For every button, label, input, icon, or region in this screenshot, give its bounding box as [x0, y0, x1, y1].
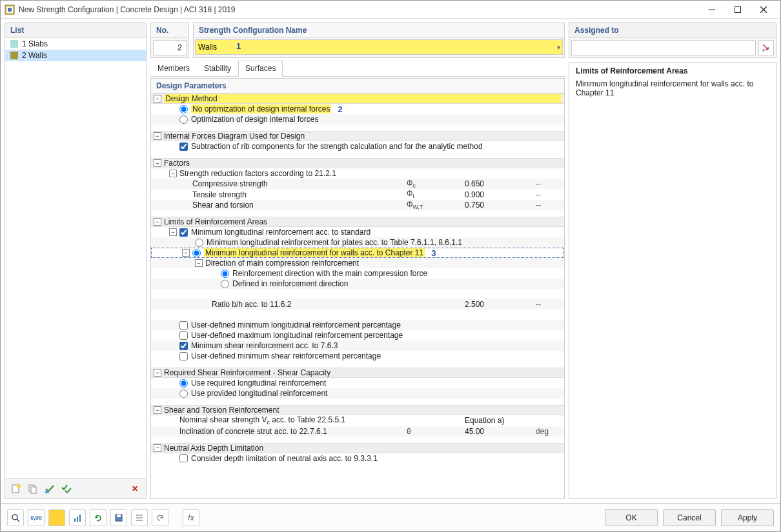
nominal-shear-value[interactable]: Equation a) [465, 416, 536, 425]
min-long-plates-radio[interactable] [195, 239, 203, 247]
collapse-icon[interactable]: − [154, 444, 161, 452]
shear-torsion-label: Shear and torsion [192, 201, 407, 210]
ratio-bh-label: Ratio b/h acc. to 11.6.2 [212, 300, 407, 309]
ud-min-long-label: User-defined minimum longitudinal reinfo… [191, 320, 401, 330]
tab-members[interactable]: Members [150, 61, 197, 76]
window-title: New Strength Configuration | Concrete De… [19, 5, 699, 14]
search-icon[interactable] [7, 509, 24, 526]
collapse-icon[interactable]: − [195, 259, 203, 267]
minimize-button[interactable] [699, 1, 725, 19]
min-shear-label: Minimum shear reinforcement acc. to 7.6.… [191, 341, 338, 350]
min-long-walls-radio[interactable] [192, 249, 201, 257]
consider-depth-checkbox[interactable] [179, 454, 188, 462]
dir-compression-label: Reinforcement direction with the main co… [232, 269, 427, 278]
svg-rect-17 [79, 515, 81, 522]
collapse-icon[interactable]: − [154, 406, 161, 414]
tab-stability[interactable]: Stability [197, 61, 238, 76]
collapse-icon[interactable]: − [154, 95, 161, 103]
svg-rect-19 [117, 515, 121, 517]
factors-header: Factors [164, 159, 562, 168]
maximize-button[interactable] [725, 1, 751, 19]
direction-header: Direction of main compression reinforcem… [205, 259, 359, 268]
assigned-to-input[interactable] [571, 40, 756, 55]
subtraction-rib-checkbox[interactable] [179, 143, 188, 151]
check-all-icon[interactable] [59, 482, 74, 496]
list-item-label: 2 Walls [22, 51, 47, 60]
min-long-std-checkbox[interactable] [179, 228, 188, 237]
annotation-1: 1 [236, 41, 241, 51]
shear-capacity-header: Required Shear Reinforcement - Shear Cap… [164, 368, 562, 377]
apply-button[interactable]: Apply [721, 509, 774, 526]
title-bar: New Strength Configuration | Concrete De… [1, 1, 780, 19]
tab-surfaces[interactable]: Surfaces [238, 61, 283, 77]
graph-icon[interactable] [69, 509, 86, 526]
svg-line-14 [17, 519, 19, 522]
assigned-to-box: Assigned to [569, 23, 776, 58]
optimization-label: Optimization of design internal forces [191, 115, 318, 124]
dir-defined-radio[interactable] [221, 280, 229, 288]
collapse-icon[interactable]: − [154, 369, 161, 377]
svg-rect-11 [45, 491, 49, 493]
info-desc: Minimum longitudinal reinforcement for w… [576, 79, 769, 97]
collapse-icon[interactable]: − [154, 218, 161, 226]
collapse-icon[interactable]: − [169, 170, 177, 177]
use-required-radio[interactable] [179, 379, 188, 388]
svg-point-13 [12, 515, 17, 520]
ratio-bh-value[interactable]: 2.500 [465, 300, 536, 309]
collapse-icon[interactable]: − [182, 249, 190, 257]
collapse-icon[interactable]: − [169, 228, 177, 236]
no-input[interactable] [153, 40, 187, 55]
tensile-value[interactable]: 0.900 [465, 190, 536, 199]
list-item[interactable]: 1 Slabs [5, 38, 146, 50]
optimization-radio[interactable] [179, 115, 188, 124]
save-icon[interactable] [110, 509, 127, 526]
units-icon[interactable]: 0,00 [28, 509, 45, 526]
limits-header: Limits of Reinforcement Areas [164, 217, 562, 226]
collapse-icon[interactable]: − [154, 159, 161, 167]
copy-icon[interactable] [26, 482, 40, 496]
close-button[interactable] [751, 1, 776, 19]
list-item[interactable]: 2 Walls [5, 50, 146, 61]
color-icon[interactable] [48, 509, 65, 526]
shear-torsion-value[interactable]: 0.750 [465, 201, 536, 210]
list-header: List [5, 23, 146, 38]
center-panel: No. Strength Configuration Name ▾ 1 Memb… [150, 23, 565, 499]
ud-max-long-label: User-defined maximum longitudinal reinfo… [191, 331, 403, 340]
dir-compression-radio[interactable] [221, 270, 229, 278]
formula-icon[interactable]: fx [183, 509, 199, 526]
delete-icon[interactable]: ✕ [128, 482, 142, 496]
ud-min-long-checkbox[interactable] [179, 321, 188, 330]
parameters-tree: Design Parameters − Design Method No opt… [150, 78, 565, 499]
undo-icon[interactable] [152, 509, 168, 526]
assigned-to-label: Assigned to [569, 23, 776, 38]
new-icon[interactable] [9, 482, 23, 496]
inclination-label: Inclination of concrete strut acc. to 22… [179, 427, 407, 436]
ud-max-long-checkbox[interactable] [179, 331, 188, 340]
neutral-axis-header: Neutral Axis Depth Limitation [164, 444, 562, 453]
shear-torsion-symbol: ΦW,T [407, 200, 465, 210]
compressive-value[interactable]: 0.650 [465, 179, 536, 188]
config-name-input[interactable] [195, 39, 563, 55]
color-swatch [10, 52, 18, 59]
use-provided-radio[interactable] [179, 389, 188, 398]
color-swatch [10, 40, 18, 48]
refresh-icon[interactable] [90, 509, 107, 526]
annotation-3: 3 [431, 248, 436, 258]
bottom-bar: 0,00 fx OK Cancel Apply [1, 503, 780, 531]
ud-min-shear-checkbox[interactable] [179, 352, 188, 360]
ok-button[interactable]: OK [605, 509, 658, 526]
cancel-button[interactable]: Cancel [663, 509, 716, 526]
min-shear-checkbox[interactable] [179, 342, 188, 350]
no-optimization-radio[interactable] [179, 105, 188, 113]
tensile-label: Tensile strength [192, 190, 407, 199]
assign-pick-button[interactable] [758, 40, 774, 55]
shear-torsion-header: Shear and Torsion Reinforcement [164, 406, 562, 415]
inclination-value[interactable]: 45.00 [465, 427, 536, 436]
min-long-std-label: Minimum longitudinal reinforcement acc. … [191, 228, 370, 237]
nominal-shear-label: Nominal shear strength Vc acc. to Table … [179, 415, 407, 426]
list-icon[interactable] [131, 509, 148, 526]
check-one-icon[interactable] [43, 482, 57, 496]
design-method-header: Design Method [164, 94, 562, 103]
no-label: No. [151, 23, 188, 38]
collapse-icon[interactable]: − [154, 132, 161, 140]
